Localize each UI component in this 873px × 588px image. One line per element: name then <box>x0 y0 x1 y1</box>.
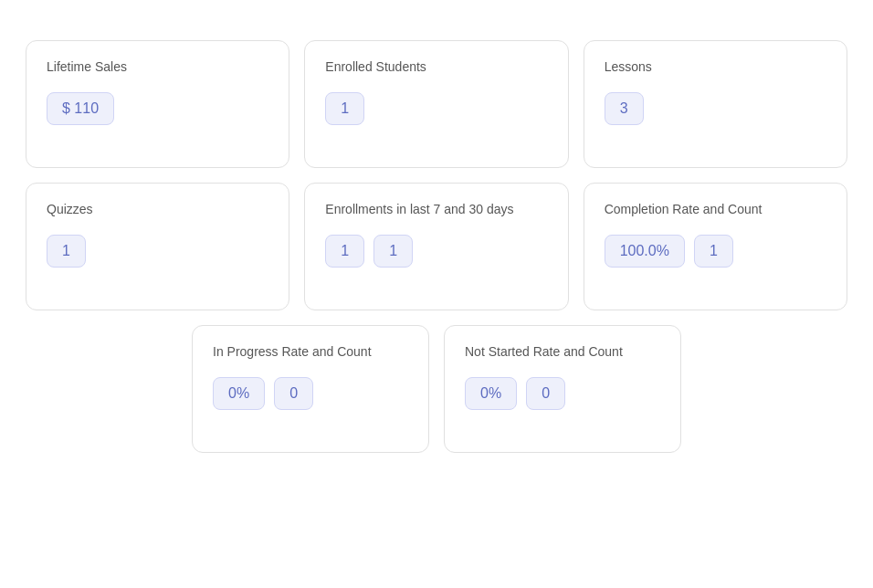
stat-badge-enrollments-7-30-1: 1 <box>373 235 413 268</box>
stat-badge-completion-rate-count-0: 100.0% <box>605 235 685 268</box>
stat-badge-quizzes-0: 1 <box>47 235 86 268</box>
stat-card-lifetime-sales: Lifetime Sales$ 110 <box>26 40 289 168</box>
stat-label-enrolled-students: Enrolled Students <box>325 59 547 74</box>
stat-label-quizzes: Quizzes <box>47 202 268 216</box>
stat-badge-enrolled-students-0: 1 <box>325 92 364 125</box>
stat-card-enrollments-7-30: Enrollments in last 7 and 30 days11 <box>304 183 568 310</box>
stat-label-lifetime-sales: Lifetime Sales <box>47 59 268 74</box>
analytics-grid-row3: In Progress Rate and Count0%0Not Started… <box>26 325 847 453</box>
stat-card-completion-rate-count: Completion Rate and Count100.0%1 <box>584 183 847 310</box>
stat-values-quizzes: 1 <box>47 235 268 268</box>
stat-badge-in-progress-rate-count-1: 0 <box>274 377 313 410</box>
stat-badge-completion-rate-count-1: 1 <box>694 235 733 268</box>
stat-values-not-started-rate-count: 0%0 <box>465 377 660 410</box>
stat-values-enrollments-7-30: 11 <box>325 235 547 268</box>
stat-card-quizzes: Quizzes1 <box>26 183 289 310</box>
stat-label-enrollments-7-30: Enrollments in last 7 and 30 days <box>325 202 547 216</box>
stat-label-lessons: Lessons <box>605 59 826 74</box>
analytics-grid-row1: Lifetime Sales$ 110Enrolled Students1Les… <box>26 40 847 168</box>
stat-values-enrolled-students: 1 <box>325 92 547 125</box>
stat-badge-not-started-rate-count-1: 0 <box>526 377 565 410</box>
stat-values-completion-rate-count: 100.0%1 <box>605 235 826 268</box>
stat-label-not-started-rate-count: Not Started Rate and Count <box>465 344 660 359</box>
stat-card-lessons: Lessons3 <box>584 40 847 168</box>
stat-card-not-started-rate-count: Not Started Rate and Count0%0 <box>444 325 681 453</box>
stat-values-lifetime-sales: $ 110 <box>47 92 268 125</box>
analytics-grid-row2: Quizzes1Enrollments in last 7 and 30 day… <box>26 183 847 310</box>
stat-values-in-progress-rate-count: 0%0 <box>213 377 408 410</box>
stat-badge-not-started-rate-count-0: 0% <box>465 377 517 410</box>
stat-card-in-progress-rate-count: In Progress Rate and Count0%0 <box>192 325 429 453</box>
stat-label-in-progress-rate-count: In Progress Rate and Count <box>213 344 408 359</box>
stat-badge-in-progress-rate-count-0: 0% <box>213 377 265 410</box>
stat-values-lessons: 3 <box>605 92 826 125</box>
stat-label-completion-rate-count: Completion Rate and Count <box>605 202 826 216</box>
stat-badge-enrollments-7-30-0: 1 <box>325 235 364 268</box>
stat-badge-lifetime-sales-0: $ 110 <box>47 92 114 125</box>
stat-badge-lessons-0: 3 <box>605 92 644 125</box>
stat-card-enrolled-students: Enrolled Students1 <box>304 40 568 168</box>
